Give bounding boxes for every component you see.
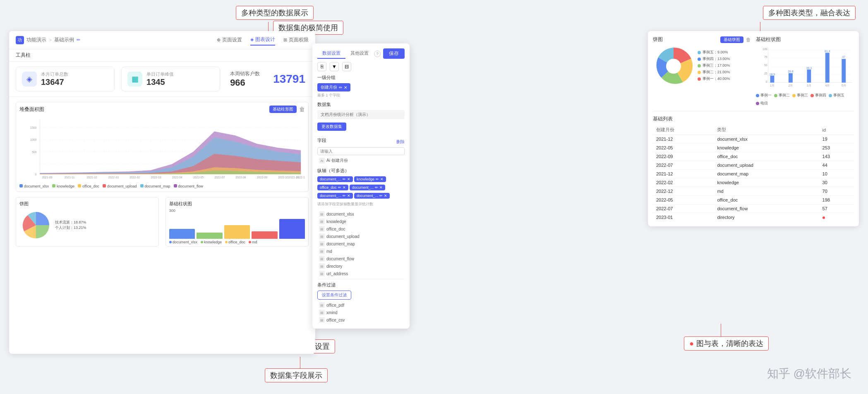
charts-area: 堆叠面积图 基础柱形图 🗑 1500 [9,97,315,252]
callout-line-table [721,324,721,337]
tab-data-settings[interactable]: 数据设置 [317,48,345,59]
field-item-office_doc[interactable]: ▤office_doc [317,225,405,233]
svg-text:4月: 4月 [825,84,830,87]
orders-icon: ◈ [22,72,37,86]
bottom-charts: 饼图 技术流派：18.87% 个人 [16,197,309,247]
field-item-md[interactable]: ▤md [317,247,405,255]
filter-icon[interactable]: ▼ [330,62,339,71]
tab-page-settings[interactable]: ⊕ 页面设置 [217,35,242,45]
field-item-office_csv[interactable]: ▤office_csv [317,316,405,324]
svg-text:2022-03: 2022-03 [151,176,161,179]
help-icon[interactable]: ? [374,50,381,57]
field-edit-btn[interactable]: 删除 [396,139,405,145]
field-item-knowledge[interactable]: ▤knowledge [317,218,405,225]
table-section: 基础列表 创建月份 类型 id 2021-12document_xlsx1920… [653,111,854,221]
pie-mini-wrap: 饼图 技术流派：18.87% 个人 [16,197,159,247]
svg-text:2022-07: 2022-07 [214,176,225,179]
svg-text:39.3: 39.3 [806,67,812,70]
pie-right-svg [653,46,694,87]
table-row: 2023-01directory [653,213,854,222]
page-wrapper: 多种类型的数据展示 数据集的极简使用 多种图表类型，融合表达 图表大小根据需要拖… [0,0,868,394]
table-row: 2022-07document_upload44 [653,161,854,170]
axis-tag-1[interactable]: knowledge✏✕ [354,176,386,182]
field-item-document_flow[interactable]: ▤document_flow [317,255,405,262]
svg-rect-41 [825,53,830,82]
pie-delete[interactable]: 🗑 [746,37,751,43]
field-items-list-2: ▤office_pdf ▤xmind ▤office_csv [317,301,405,324]
axis-tag-0[interactable]: document_...✏✕ [317,176,353,182]
table-row: 2022-12md70 [653,187,854,196]
save-button[interactable]: 保存 [383,48,405,59]
field-item-document_upload[interactable]: ▤document_upload [317,233,405,240]
field-item-ai: Ai Ai 创建月份 [317,157,405,164]
callout-chart-types: 多种图表类型，融合表达 [763,6,856,20]
field-item-directory[interactable]: ▤directory [317,262,405,270]
field-search-input[interactable] [317,147,405,155]
svg-text:28.8: 28.8 [788,70,794,73]
svg-text:2022-02: 2022-02 [129,176,140,179]
table-row: 2022-02knowledge30 [653,178,854,187]
status-dot [822,216,825,219]
field-item-office_pdf[interactable]: ▤office_pdf [317,301,405,309]
tab-page-permissions[interactable]: ⊞ 页面权限 [283,35,309,45]
area-chart-wrap: 堆叠面积图 基础柱形图 🗑 1500 [16,102,309,192]
bar-right-legend: 事例一 事例二 事例三 事例四 事例五 电信 [756,93,854,106]
field-item-url_address[interactable]: ▤url_address [317,270,405,276]
nav-tabs: ⊕ 页面设置 ◈ 图表设计 ⊞ 页面权限 [217,34,309,46]
right-charts-top: 饼图 基础饼图 🗑 [653,36,854,106]
copy-icon[interactable]: ⎘ [317,62,326,71]
watermark: 知乎 @软件部长 [767,366,851,382]
col-month: 创建月份 [653,125,714,135]
svg-text:2022-09: 2022-09 [257,176,267,179]
svg-rect-37 [770,76,774,83]
filter-condition-btn[interactable]: 设置条件过滤 [317,291,351,300]
edit-icon[interactable]: ✏ [339,85,342,90]
svg-text:100: 100 [762,48,767,50]
table-row: 2022-05knowledge253 [653,144,854,152]
tab-chart-design[interactable]: ◈ 图表设计 [250,34,275,46]
bar-section: 基础柱状图 100 75 50 25 0 [756,36,854,106]
table-row: 2022-07document_flow57 [653,204,854,213]
svg-text:0: 0 [35,173,37,176]
svg-text:47: 47 [842,55,845,58]
axis-tag-5[interactable]: document_...✏✕ [354,193,390,199]
callout-table: ● 图与表，清晰的表达 [684,336,769,351]
svg-text:3月: 3月 [807,84,811,87]
stat-card-peak: ▦ 单日订单峰值 1345 [121,67,220,91]
svg-text:500: 500 [32,151,37,154]
callout-data-types: 多种类型的数据展示 [236,6,314,20]
field-items-list: ▤document_xlsx ▤knowledge ▤office_doc ▤d… [317,210,405,276]
svg-text:2021-09: 2021-09 [42,176,52,179]
svg-text:2021-12: 2021-12 [87,176,97,179]
axis-tag-3[interactable]: document_...✏✕ [350,185,385,190]
axis-tags: document_...✏✕ knowledge✏✕ office_doc✏✕ … [317,176,405,200]
stat-weekly: 本周销客户数 966 [227,67,263,91]
layout-icon[interactable]: ⊟ [342,62,351,71]
field-item-document_xlsx[interactable]: ▤document_xlsx [317,210,405,218]
dataset-section: 数据集 文档月份统计分析（演示） 更改数据集 [317,101,405,134]
svg-rect-38 [789,73,793,83]
area-chart-delete[interactable]: 🗑 [299,106,305,113]
axis-tag-2[interactable]: office_doc✏✕ [317,185,348,190]
svg-rect-40 [807,70,811,83]
pie-section: 饼图 基础饼图 🗑 [653,36,751,106]
table-row: 2022-05office_doc198 [653,196,854,204]
svg-text:1月: 1月 [770,84,774,87]
svg-point-25 [666,59,681,74]
tab-other-settings[interactable]: 其他设置 [345,48,374,59]
svg-text:75: 75 [764,55,767,58]
breadcrumb: 功 功能演示 > 基础示例 ✏ [16,36,80,44]
field-item-xmind[interactable]: ▤xmind [317,309,405,316]
axis-tag-4[interactable]: document_...✏✕ [317,193,353,199]
table-row: 2021-12document_xlsx19 [653,135,854,144]
change-dataset-btn[interactable]: 更改数据集 [317,123,346,131]
svg-text:2022-04: 2022-04 [172,176,182,179]
svg-text:0: 0 [766,80,767,83]
stat-card-orders: ◈ 本月订单总数 13647 [16,67,115,91]
svg-text:2022-12: 2022-12 [296,176,305,179]
pie-badge[interactable]: 基础饼图 [720,36,743,43]
field-item-document_map[interactable]: ▤document_map [317,240,405,247]
svg-text:1000: 1000 [30,138,36,141]
group-delete-icon[interactable]: ✕ [344,85,347,90]
group-tag[interactable]: 创建月份 ✏ ✕ [317,83,350,91]
